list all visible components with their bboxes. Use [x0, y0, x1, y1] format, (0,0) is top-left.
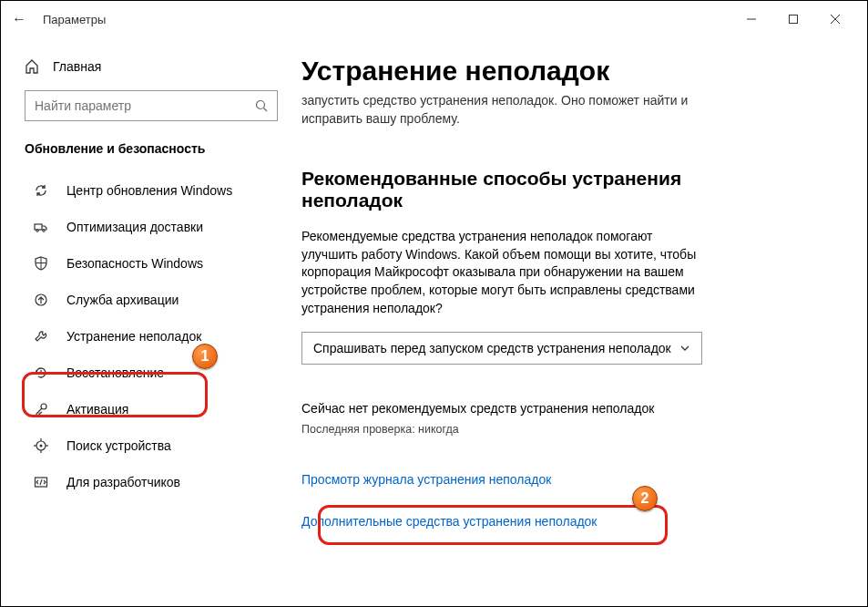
- svg-point-14: [40, 445, 43, 448]
- wrench-icon: [34, 329, 50, 344]
- locate-icon: [34, 438, 50, 453]
- settings-window: ← Параметры Главная: [0, 0, 868, 607]
- main-content: Устранение неполадок запустить средство …: [301, 37, 867, 606]
- annotation-badge-1: 1: [192, 344, 218, 369]
- last-check-text: Последняя проверка: никогда: [301, 423, 840, 436]
- sidebar-item-label: Служба архивации: [66, 293, 179, 307]
- sidebar-item-delivery-optimization[interactable]: Оптимизация доставки: [1, 209, 301, 245]
- sidebar-item-find-device[interactable]: Поиск устройства: [1, 427, 301, 464]
- sidebar-item-label: Активация: [66, 402, 128, 417]
- close-button[interactable]: [814, 5, 856, 33]
- body-area: Главная Обновление и безопасность Центр …: [1, 37, 867, 606]
- dev-icon: [34, 475, 50, 489]
- sidebar-item-activation[interactable]: Активация: [1, 391, 301, 427]
- sidebar-section-label: Обновление и безопасность: [1, 141, 301, 172]
- titlebar-left: ← Параметры: [12, 11, 106, 27]
- shield-icon: [34, 256, 50, 271]
- sidebar-item-windows-update[interactable]: Центр обновления Windows: [1, 172, 301, 209]
- search-input[interactable]: [25, 90, 278, 121]
- page-title: Устранение неполадок: [301, 56, 840, 87]
- sidebar-item-label: Центр обновления Windows: [66, 183, 232, 198]
- sidebar-item-recovery[interactable]: Восстановление: [1, 355, 301, 391]
- intro-text: запустить средство устранения неполадок.…: [301, 92, 702, 128]
- sidebar-item-for-developers[interactable]: Для разработчиков: [1, 464, 301, 500]
- maximize-button[interactable]: [772, 5, 814, 33]
- dropdown-value: Спрашивать перед запуском средств устран…: [313, 341, 671, 355]
- sidebar-item-backup[interactable]: Служба архивации: [1, 282, 301, 318]
- sidebar-item-label: Поиск устройства: [66, 438, 171, 453]
- sidebar-item-label: Безопасность Windows: [66, 256, 203, 271]
- titlebar: ← Параметры: [1, 1, 867, 37]
- chevron-down-icon: [679, 343, 690, 354]
- sidebar-item-troubleshoot[interactable]: Устранение неполадок: [1, 318, 301, 355]
- restore-icon: [34, 365, 50, 380]
- view-history-link[interactable]: Просмотр журнала устранения неполадок: [301, 472, 840, 487]
- sidebar-item-label: Устранение неполадок: [66, 329, 201, 344]
- recommended-body: Рекомендуемые средства устранения непола…: [301, 228, 702, 317]
- key-icon: [34, 402, 50, 417]
- sidebar-item-windows-security[interactable]: Безопасность Windows: [1, 245, 301, 282]
- delivery-icon: [34, 220, 50, 234]
- sidebar: Главная Обновление и безопасность Центр …: [1, 37, 301, 606]
- search-icon: [255, 99, 268, 112]
- svg-point-8: [43, 230, 46, 232]
- recommended-heading: Рекомендованные способы устранения непол…: [301, 168, 702, 211]
- archive-icon: [34, 293, 50, 307]
- home-label: Главная: [53, 59, 101, 74]
- troubleshoot-preference-dropdown[interactable]: Спрашивать перед запуском средств устран…: [301, 332, 702, 365]
- svg-rect-6: [35, 224, 42, 230]
- svg-point-4: [257, 101, 265, 109]
- svg-point-7: [36, 230, 39, 232]
- svg-line-5: [264, 108, 268, 112]
- search-field[interactable]: [35, 98, 255, 113]
- window-title: Параметры: [43, 13, 106, 26]
- home-icon: [25, 59, 39, 74]
- additional-link-wrapper: Дополнительные средства устранения непол…: [301, 514, 648, 529]
- sidebar-item-label: Для разработчиков: [66, 475, 180, 489]
- annotation-badge-2: 2: [632, 486, 658, 511]
- sidebar-item-label: Восстановление: [66, 365, 164, 380]
- home-link[interactable]: Главная: [1, 54, 301, 79]
- additional-troubleshooters-link[interactable]: Дополнительные средства устранения непол…: [301, 514, 648, 529]
- svg-rect-1: [790, 15, 798, 24]
- minimize-button[interactable]: [730, 5, 772, 33]
- sidebar-item-label: Оптимизация доставки: [66, 220, 203, 234]
- sync-icon: [34, 183, 50, 198]
- status-text: Сейчас нет рекомендуемых средств устране…: [301, 401, 840, 416]
- back-button[interactable]: ←: [12, 11, 26, 27]
- window-controls: [730, 5, 856, 33]
